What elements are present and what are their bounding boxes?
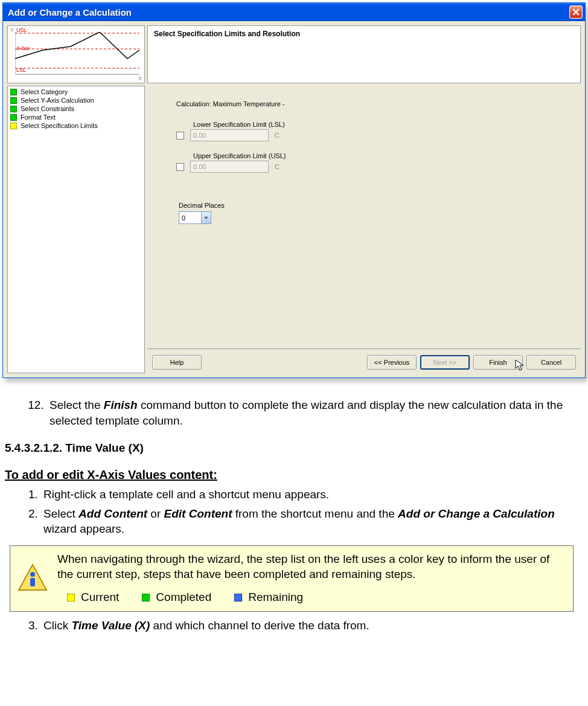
form-area: Calculation: Maximum Temperature - Lower… (147, 83, 581, 348)
dropdown-arrow-icon (201, 212, 211, 223)
svg-rect-6 (30, 578, 35, 586)
procedure-list: Right-click a template cell and a shortc… (2, 487, 576, 537)
procedure-list-cont: Click Time Value (X) and which channel t… (2, 618, 576, 634)
previous-button[interactable]: << Previous (367, 355, 417, 370)
section-heading: 5.4.3.2.1.2. Time Value (X) (5, 440, 576, 456)
square-icon (10, 123, 17, 129)
txt-bold: Add or Change a Calculation (398, 507, 555, 520)
dialog-body: Y USL X-bar LSL X Select Category Select… (3, 21, 585, 377)
step-label: Select Specification Limits (21, 122, 98, 129)
dialog-window: Add or Change a Calculation Y USL X-bar … (2, 2, 586, 378)
usl-group: Upper Specification Limit (USL) 0.00 C (176, 152, 569, 173)
close-icon (572, 8, 580, 16)
step-2: Select Add Content or Edit Content from … (41, 506, 576, 537)
lsl-input[interactable]: 0.00 (190, 129, 269, 141)
axis-y-label: Y (10, 27, 14, 33)
finish-label: Finish (489, 359, 507, 366)
note-text: When navigating through the wizard, the … (57, 552, 567, 582)
chart-preview: Y USL X-bar LSL X (7, 25, 145, 83)
decimal-value: 0 (179, 214, 201, 222)
step-label: Select Y-Axis Calculation (21, 97, 94, 104)
usl-label: Upper Specification Limit (USL) (193, 152, 569, 159)
step-item-speclimits[interactable]: Select Specification Limits (9, 121, 143, 130)
left-pane: Y USL X-bar LSL X Select Category Select… (5, 23, 147, 376)
right-pane: Select Specification Limits and Resoluti… (147, 23, 583, 376)
txt-bold: Add Content (78, 507, 147, 520)
legend-label: Current (81, 590, 119, 605)
decimal-label: Decimal Places (179, 202, 569, 209)
step-3: Click Time Value (X) and which channel t… (41, 618, 576, 634)
txt: Select (43, 507, 78, 520)
decimal-dropdown[interactable]: 0 (179, 211, 211, 224)
color-legend: Current Completed Remaining (57, 590, 567, 605)
legend-label: Completed (156, 590, 211, 605)
next-button: Next >> (420, 355, 470, 370)
close-button[interactable] (569, 5, 583, 19)
usl-unit: C (275, 163, 280, 170)
txt: Select the (50, 399, 104, 411)
info-note: When navigating through the wizard, the … (10, 545, 574, 612)
step-item-yaxis[interactable]: Select Y-Axis Calculation (9, 96, 143, 104)
lsl-group: Lower Specification Limit (LSL) 0.00 C (176, 121, 569, 141)
usl-checkbox[interactable] (176, 163, 184, 171)
help-button[interactable]: Help (152, 355, 202, 370)
step-item-constraints[interactable]: Select Constraints (9, 104, 143, 113)
button-row: Help << Previous Next >> Finish Cancel (147, 348, 581, 376)
note-content: When navigating through the wizard, the … (57, 552, 567, 605)
step-12: Select the Finish command button to comp… (47, 397, 576, 428)
step-label: Select Constraints (21, 105, 74, 112)
step-item-category[interactable]: Select Category (9, 88, 143, 96)
square-icon (142, 594, 150, 602)
square-icon (10, 97, 17, 104)
step-1: Right-click a template cell and a shortc… (41, 487, 576, 502)
square-icon (234, 594, 242, 602)
svg-point-5 (30, 572, 35, 577)
legend-completed: Completed (142, 590, 211, 605)
step-list: Select Category Select Y-Axis Calculatio… (7, 86, 145, 373)
finish-button[interactable]: Finish (473, 355, 523, 370)
txt-bold: Finish (104, 399, 138, 411)
step-label: Select Category (21, 88, 68, 95)
legend-current: Current (67, 590, 119, 605)
square-icon (10, 89, 17, 95)
txt-bold: Time Value (X) (71, 619, 150, 632)
txt: wizard appears. (43, 522, 124, 535)
panel-title: Select Specification Limits and Resoluti… (154, 30, 300, 38)
window-title: Add or Change a Calculation (8, 7, 569, 18)
txt: and which channel to derive the data fro… (150, 619, 369, 632)
subsection-heading: To add or edit X-Axis Values content: (5, 467, 576, 483)
titlebar[interactable]: Add or Change a Calculation (3, 3, 585, 21)
lsl-label: Lower Specification Limit (LSL) (193, 121, 569, 128)
chart-lines-icon (15, 32, 142, 77)
square-icon (10, 106, 17, 112)
usl-value: 0.00 (193, 163, 206, 170)
spacer (205, 355, 363, 370)
square-icon (10, 114, 17, 121)
cancel-button[interactable]: Cancel (526, 355, 576, 370)
txt: or (147, 507, 164, 520)
step-list-12: Select the Finish command button to comp… (2, 397, 576, 428)
txt: from the shortcut menu and the (232, 507, 398, 520)
legend-remaining: Remaining (234, 590, 303, 605)
panel-header: Select Specification Limits and Resoluti… (147, 25, 581, 83)
lsl-checkbox[interactable] (176, 132, 184, 140)
lsl-value: 0.00 (193, 132, 206, 139)
calculation-label: Calculation: Maximum Temperature - (176, 100, 569, 108)
info-icon (16, 562, 49, 595)
step-item-format[interactable]: Format Text (9, 113, 143, 121)
legend-label: Remaining (248, 590, 303, 605)
document-body: Select the Finish command button to comp… (0, 378, 588, 654)
lsl-unit: C (275, 132, 280, 139)
square-icon (67, 594, 75, 602)
txt: Click (43, 619, 71, 632)
usl-input[interactable]: 0.00 (190, 161, 269, 173)
cursor-icon (515, 359, 526, 371)
txt-bold: Edit Content (164, 507, 232, 520)
step-label: Format Text (21, 114, 56, 121)
